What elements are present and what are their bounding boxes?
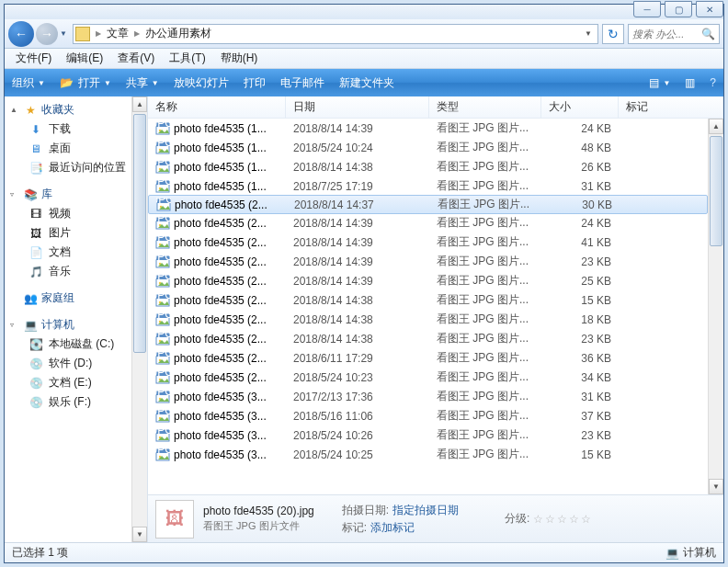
address-dropdown[interactable]: ▼ (581, 29, 596, 38)
tree-computer[interactable]: ▿💻计算机 (5, 315, 147, 335)
tb-organize[interactable]: 组织▼ (12, 75, 45, 91)
back-button[interactable]: ← (8, 21, 34, 47)
sidebar-scrollbar[interactable]: ▲ ▼ (131, 96, 147, 542)
menu-tools[interactable]: 工具(T) (164, 49, 210, 68)
table-row[interactable]: JPGphoto fde4535 (3...2018/5/24 10:26看图王… (148, 425, 723, 445)
col-type[interactable]: 类型 (429, 96, 541, 118)
rating-stars[interactable]: ☆☆☆☆☆ (533, 513, 593, 526)
table-row[interactable]: JPGphoto fde4535 (3...2018/5/24 10:25看图王… (148, 445, 723, 464)
breadcrumb-seg[interactable]: 文章 (107, 26, 129, 41)
svg-text:JPG: JPG (155, 274, 170, 282)
table-row[interactable]: JPGphoto fde4535 (2...2018/8/14 14:39看图王… (148, 213, 723, 232)
tree-downloads[interactable]: ⬇下载 (5, 119, 147, 139)
file-scrollbar[interactable]: ▲ ▼ (708, 119, 723, 494)
scroll-up-icon[interactable]: ▲ (709, 119, 723, 134)
tree-music[interactable]: 🎵音乐 (5, 262, 147, 281)
tree-favorites[interactable]: ▲★收藏夹 (5, 100, 147, 119)
file-date: 2018/8/14 14:39 (286, 275, 429, 288)
table-row[interactable]: JPGphoto fde4535 (2...2018/8/14 14:39看图王… (148, 252, 723, 271)
menu-edit[interactable]: 编辑(E) (61, 49, 108, 68)
tb-newfolder[interactable]: 新建文件夹 (339, 75, 394, 91)
col-size[interactable]: 大小 (541, 96, 619, 118)
search-input[interactable] (632, 28, 698, 40)
maximize-button[interactable]: ▢ (665, 1, 692, 17)
history-dropdown[interactable]: ▼ (58, 29, 69, 38)
details-shotdate-label: 拍摄日期: (342, 503, 389, 518)
scroll-down-icon[interactable]: ▼ (709, 479, 723, 494)
table-row[interactable]: JPGphoto fde4535 (2...2018/8/14 14:38看图王… (148, 290, 723, 310)
tb-share[interactable]: 共享▼ (126, 75, 159, 91)
tree-homegroup[interactable]: 👥家庭组 (5, 289, 147, 308)
close-button[interactable]: ✕ (696, 1, 723, 17)
table-row[interactable]: JPGphoto fde4535 (2...2018/8/14 14:38看图王… (148, 310, 723, 329)
table-row[interactable]: JPGphoto fde4535 (2...2018/8/14 14:38看图王… (148, 329, 723, 348)
file-type: 看图王 JPG 图片... (429, 159, 541, 175)
details-tag-value[interactable]: 添加标记 (370, 520, 415, 536)
recent-icon: 📑 (28, 161, 43, 176)
table-row[interactable]: JPGphoto fde4535 (1...2018/5/24 10:24看图王… (148, 138, 723, 157)
file-name: photo fde4535 (3... (174, 448, 267, 461)
computer-icon: 💻 (665, 547, 679, 560)
scroll-thumb[interactable] (133, 114, 146, 353)
menu-view[interactable]: 查看(V) (112, 49, 160, 68)
open-icon: 📂 (60, 75, 74, 90)
file-date: 2018/7/25 17:19 (286, 180, 429, 193)
tb-slideshow[interactable]: 放映幻灯片 (174, 75, 229, 91)
tb-email[interactable]: 电子邮件 (280, 75, 324, 91)
columns-header: 名称 日期 类型 大小 标记 (148, 96, 723, 119)
tree-disk-c[interactable]: 💽本地磁盘 (C:) (5, 335, 147, 354)
details-shotdate-value[interactable]: 指定拍摄日期 (392, 503, 459, 518)
file-date: 2018/8/14 14:38 (286, 294, 429, 307)
table-row[interactable]: JPGphoto fde4535 (3...2018/5/16 11:06看图王… (148, 406, 723, 425)
file-type: 看图王 JPG 图片... (429, 408, 541, 424)
tree-desktop[interactable]: 🖥桌面 (5, 139, 147, 158)
tree-pictures[interactable]: 🖼图片 (5, 223, 147, 243)
search-box[interactable]: 🔍 (628, 24, 720, 44)
scroll-thumb[interactable] (710, 136, 722, 246)
breadcrumb-seg[interactable]: 办公通用素材 (145, 26, 211, 41)
menubar: 文件(F) 编辑(E) 查看(V) 工具(T) 帮助(H) (5, 49, 723, 69)
tree-documents[interactable]: 📄文档 (5, 243, 147, 262)
menu-help[interactable]: 帮助(H) (215, 49, 264, 68)
col-date[interactable]: 日期 (286, 96, 429, 118)
jpg-icon: JPG (155, 428, 170, 443)
table-row[interactable]: JPGphoto fde4535 (2...2018/8/14 14:37看图王… (148, 195, 708, 214)
svg-text:JPG: JPG (155, 312, 170, 321)
music-icon: 🎵 (28, 265, 43, 279)
tb-help[interactable]: ? (710, 76, 716, 89)
scroll-up-icon[interactable]: ▲ (132, 96, 147, 112)
chevron-right-icon: ▶ (96, 29, 101, 38)
col-name[interactable]: 名称 (148, 96, 286, 118)
address-bar[interactable]: ▶ 文章 ▶ 办公通用素材 ▼ (73, 24, 598, 44)
table-row[interactable]: JPGphoto fde4535 (2...2018/8/14 14:39看图王… (148, 271, 723, 290)
tree-video[interactable]: 🎞视频 (5, 204, 147, 223)
col-tag[interactable]: 标记 (619, 96, 723, 118)
table-row[interactable]: JPGphoto fde4535 (2...2018/6/11 17:29看图王… (148, 348, 723, 368)
file-type: 看图王 JPG 图片... (429, 234, 541, 250)
scroll-down-icon[interactable]: ▼ (132, 527, 147, 542)
tree-libraries[interactable]: ▿📚库 (5, 185, 147, 204)
tb-open[interactable]: 📂打开▼ (60, 75, 111, 91)
refresh-button[interactable]: ↻ (602, 24, 624, 44)
homegroup-icon: 👥 (23, 291, 38, 306)
table-row[interactable]: JPGphoto fde4535 (3...2017/2/13 17:36看图王… (148, 387, 723, 406)
tb-view-mode[interactable]: ▤ ▼ (649, 76, 670, 89)
tb-preview-pane[interactable]: ▥ (685, 76, 695, 89)
table-row[interactable]: JPGphoto fde4535 (2...2018/8/14 14:39看图王… (148, 232, 723, 252)
minimize-button[interactable]: ─ (633, 1, 661, 17)
table-row[interactable]: JPGphoto fde4535 (1...2018/8/14 14:38看图王… (148, 157, 723, 176)
tree-recent[interactable]: 📑最近访问的位置 (5, 158, 147, 177)
tree-disk-f[interactable]: 💿娱乐 (F:) (5, 392, 147, 412)
tree-disk-d[interactable]: 💿软件 (D:) (5, 354, 147, 373)
table-row[interactable]: JPGphoto fde4535 (1...2018/8/14 14:39看图王… (148, 119, 723, 138)
tb-print[interactable]: 打印 (244, 75, 266, 91)
sidebar: ▲★收藏夹 ⬇下载 🖥桌面 📑最近访问的位置 ▿📚库 🎞视频 🖼图片 📄文档 🎵… (5, 96, 148, 542)
table-row[interactable]: JPGphoto fde4535 (2...2018/5/24 10:23看图王… (148, 368, 723, 387)
table-row[interactable]: JPGphoto fde4535 (1...2018/7/25 17:19看图王… (148, 176, 723, 196)
file-size: 37 KB (541, 410, 619, 423)
file-name: photo fde4535 (2... (174, 371, 267, 384)
forward-button[interactable]: → (36, 23, 58, 45)
file-size: 30 KB (542, 198, 620, 211)
menu-file[interactable]: 文件(F) (10, 49, 57, 68)
tree-disk-e[interactable]: 💿文档 (E:) (5, 373, 147, 392)
